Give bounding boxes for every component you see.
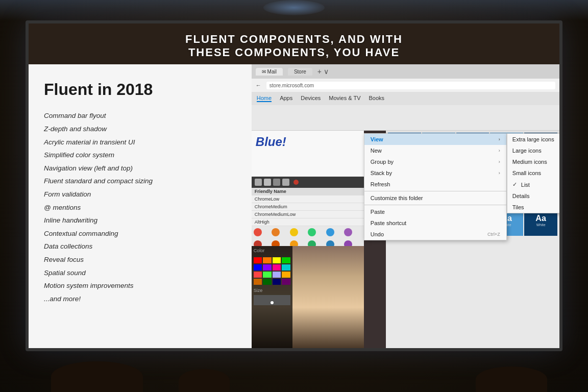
cs-green [282, 257, 290, 263]
toolbar-icon-4 [282, 179, 289, 186]
submenu-list[interactable]: ✓List [507, 179, 559, 190]
feature-item: Fluent standard and compact sizing [44, 176, 236, 187]
submenu-extra-large[interactable]: Extra large icons [507, 134, 559, 145]
feature-item: Motion system improvements [44, 280, 236, 291]
menu-item-customize[interactable]: Customize this folder [364, 192, 506, 204]
submenu-medium[interactable]: Medium icons [507, 156, 559, 167]
photo-area: Color [252, 246, 364, 348]
menu-item-view[interactable]: View › [364, 134, 506, 145]
menu-arrow-stackby: › [499, 170, 500, 176]
tab-home[interactable]: Home [257, 95, 272, 102]
menu-separator-2 [364, 205, 506, 205]
color-swatch-panel [252, 255, 292, 287]
cs-cyan [282, 264, 290, 271]
cs-lightred [254, 272, 262, 278]
cs-pink [273, 264, 281, 271]
swatch-grid-1 [252, 226, 364, 238]
submenu-large[interactable]: Large icons [507, 145, 559, 156]
menu-item-new[interactable]: New › [364, 145, 506, 156]
swatch-blue[interactable] [326, 228, 334, 236]
url-bar: store.microsoft.com [266, 82, 555, 89]
ceiling-light [263, 0, 325, 15]
left-panel: Fluent in 2018 Command bar flyoutZ-depth… [29, 64, 252, 348]
audience-head-1 [51, 361, 143, 392]
feature-item: Simplified color system [44, 150, 236, 161]
menu-label-groupby: Group by [371, 159, 394, 165]
cs-gold [282, 272, 290, 278]
menu-arrow-new: › [499, 148, 500, 153]
audience-head-2 [476, 366, 547, 392]
projection-screen: FLUENT COMPONENTS, AND WITH THESE COMPON… [26, 20, 562, 351]
toolbar-icon-1 [255, 179, 262, 186]
tab-devices[interactable]: Devices [301, 95, 321, 102]
tab-books[interactable]: Books [369, 95, 385, 102]
paint-text: Blue! [256, 135, 286, 149]
feature-list: Command bar flyoutZ-depth and shadowAcry… [44, 110, 236, 304]
menu-label-customize: Customize this folder [371, 195, 423, 201]
swatch-purple[interactable] [344, 228, 352, 236]
context-menu: View › New › Group by › Stack by › [364, 133, 507, 240]
mail-icon: ✉ [262, 69, 267, 75]
slide-content: FLUENT COMPONENTS, AND WITH THESE COMPON… [29, 23, 559, 348]
menu-item-stackby[interactable]: Stack by › [364, 167, 506, 179]
cs-red [254, 257, 262, 263]
audience-head-3 [179, 369, 230, 392]
submenu-small[interactable]: Small icons [507, 167, 559, 179]
cs-lightgreen [263, 272, 272, 278]
new-tab-button[interactable]: + ∨ [317, 67, 329, 76]
store-tabs: Home Apps Devices Movies & TV Books [252, 92, 559, 105]
menu-item-paste[interactable]: Paste [364, 206, 506, 217]
menu-item-undo[interactable]: Undo Ctrl+Z [364, 229, 506, 240]
swatch-yellow[interactable] [290, 228, 298, 236]
feature-item: Z-depth and shadow [44, 124, 236, 135]
color-name-chromemediumlow: ChromeMediumLow [252, 211, 364, 218]
cs-violet [263, 264, 272, 271]
cs-lightblue [273, 272, 281, 278]
tab-movies[interactable]: Movies & TV [329, 95, 360, 102]
photo-colors: Color [252, 246, 292, 348]
browser-nav: ← store.microsoft.com [252, 79, 559, 92]
menu-item-paste-shortcut[interactable]: Paste shortcut [364, 217, 506, 229]
cs-brown [254, 279, 262, 285]
feature-item: Contextual commanding [44, 228, 236, 239]
menu-item-refresh[interactable]: Refresh [364, 179, 506, 190]
toolbar-icon-3 [273, 179, 280, 186]
color-name-friendly: Friendly Name [252, 188, 364, 195]
typo-cell-b5: Aa White [524, 212, 557, 236]
color-name-chromelow: ChromeLow [252, 195, 364, 203]
back-button[interactable]: ← [256, 82, 261, 88]
menu-item-groupby[interactable]: Group by › [364, 156, 506, 167]
menu-label-paste: Paste [371, 209, 385, 215]
check-icon: ✓ [512, 181, 517, 188]
feature-item: Data collections [44, 241, 236, 252]
slide-body: Fluent in 2018 Command bar flyoutZ-depth… [29, 64, 559, 348]
title-line2: THESE COMPONENTS, YOU HAVE [29, 46, 559, 59]
feature-item: Navigation view (left and top) [44, 163, 236, 174]
cs-darkgreen [263, 279, 272, 285]
menu-label-paste-shortcut: Paste shortcut [371, 220, 406, 226]
right-panel: ✉ Mail Store + ∨ ← store.microsoft.com H [252, 64, 559, 348]
menu-label-refresh: Refresh [371, 181, 390, 187]
browser-mockup: ✉ Mail Store + ∨ ← store.microsoft.com H [252, 64, 559, 131]
tab-apps[interactable]: Apps [280, 95, 292, 102]
paint-area: Blue! [252, 131, 364, 177]
menu-label-new: New [371, 148, 382, 154]
feature-item: Form validation [44, 189, 236, 200]
cs-navy [273, 279, 281, 285]
swatch-red[interactable] [254, 228, 262, 236]
swatch-green[interactable] [308, 228, 316, 236]
panel-heading: Fluent in 2018 [44, 80, 236, 99]
menu-shortcut-undo: Ctrl+Z [487, 232, 500, 237]
menu-arrow-groupby: › [499, 159, 500, 164]
submenu-tiles[interactable]: Tiles [507, 202, 559, 213]
submenu-details[interactable]: Details [507, 190, 559, 202]
browser-tab-store: Store [288, 68, 312, 76]
cs-yellow [273, 257, 281, 263]
feature-item: Inline handwriting [44, 215, 236, 226]
color-dot [293, 180, 299, 185]
menu-label-undo: Undo [371, 231, 384, 237]
photo-face: Color [252, 246, 364, 348]
color-toolbar [252, 177, 364, 188]
browser-tab-mail: ✉ Mail [256, 68, 283, 76]
swatch-orange[interactable] [272, 228, 280, 236]
